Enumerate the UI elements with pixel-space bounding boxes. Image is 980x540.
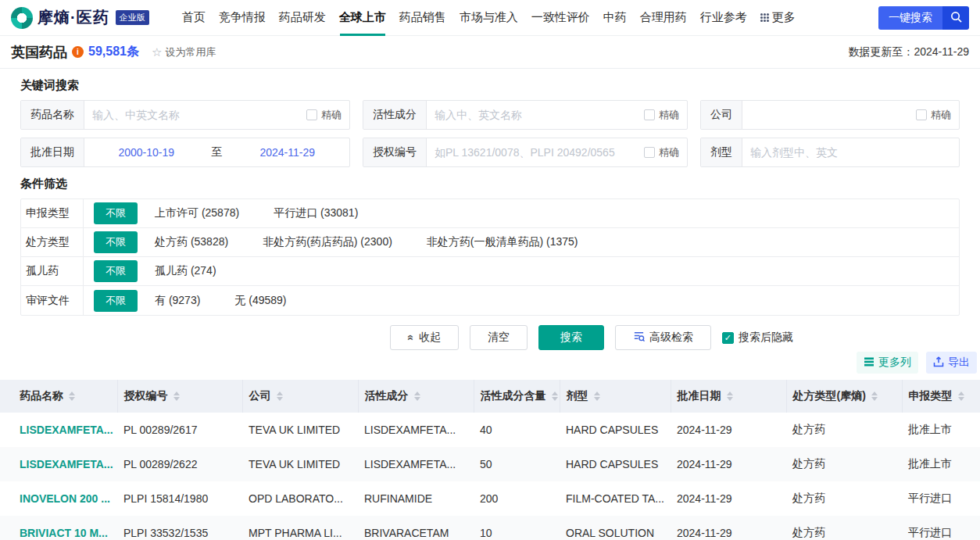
table-row[interactable]: LISDEXAMFETA...PL 00289/2617TEVA UK LIMI… xyxy=(0,413,980,447)
hide-after-search-label: 搜索后隐藏 xyxy=(739,331,793,345)
filter-option[interactable]: 孤儿药 (274) xyxy=(155,264,216,278)
exact-checkbox[interactable] xyxy=(916,109,927,120)
set-favorite-button[interactable]: ☆ 设为常用库 xyxy=(152,45,216,59)
company-field: 公司 精确 xyxy=(700,100,960,130)
filter-any-button[interactable]: 不限 xyxy=(94,202,138,224)
advanced-search-button[interactable]: 高级检索 xyxy=(615,325,711,350)
column-header-label: 申报类型 xyxy=(909,389,953,403)
column-header[interactable]: 活性成分含量 xyxy=(474,380,560,413)
nav-item-7[interactable]: 一致性评价 xyxy=(531,0,590,36)
collapse-button[interactable]: « 收起 xyxy=(390,325,459,350)
dosage-form-input[interactable] xyxy=(742,146,959,159)
search-button[interactable]: 搜索 xyxy=(538,325,604,350)
table-row[interactable]: INOVELON 200 ...PLPI 15814/1980OPD LABOR… xyxy=(0,481,980,516)
more-columns-button[interactable]: 更多列 xyxy=(857,352,918,374)
top-nav: 摩熵·医药 企业版 首页竞争情报药品研发全球上市药品销售市场与准入一致性评价中药… xyxy=(0,0,980,36)
date-from-input[interactable] xyxy=(84,146,209,159)
column-header-label: 批准日期 xyxy=(678,389,721,403)
auth-no-label: 授权编号 xyxy=(363,138,427,166)
drug-name-link[interactable]: LISDEXAMFETA... xyxy=(0,413,117,447)
table-cell: PLPI 33532/1535 xyxy=(117,516,242,540)
table-cell: 平行进口 xyxy=(902,516,980,540)
company-exact[interactable]: 精确 xyxy=(916,108,959,122)
column-header[interactable]: 授权编号 xyxy=(117,380,242,413)
filter-any-button[interactable]: 不限 xyxy=(94,231,138,253)
nav-item-label: 药品销售 xyxy=(399,10,446,25)
auth-no-input[interactable] xyxy=(427,146,644,159)
column-header[interactable]: 处方类型(摩熵) xyxy=(786,380,902,413)
sort-icon[interactable] xyxy=(958,392,964,401)
advanced-search-label: 高级检索 xyxy=(649,331,693,345)
nav-item-4[interactable]: 全球上市 xyxy=(339,0,386,36)
column-header[interactable]: 活性成分 xyxy=(358,380,474,413)
ingredient-input[interactable] xyxy=(427,109,644,121)
table-row[interactable]: BRIVIACT 10 M...PLPI 33532/1535MPT PHARM… xyxy=(0,516,980,540)
hide-after-search-checkbox[interactable]: ✓ 搜索后隐藏 xyxy=(722,331,793,345)
column-header[interactable]: 剂型 xyxy=(560,380,671,413)
sort-icon[interactable] xyxy=(871,392,878,401)
nav-item-8[interactable]: 中药 xyxy=(603,0,627,36)
table-cell: PL 00289/2622 xyxy=(117,447,242,481)
exact-checkbox[interactable] xyxy=(306,109,317,120)
column-header[interactable]: 申报类型 xyxy=(902,380,980,413)
drug-name-exact[interactable]: 精确 xyxy=(306,108,349,122)
sort-icon[interactable] xyxy=(173,392,180,401)
table-cell: LISDEXAMFETA... xyxy=(358,413,474,447)
filter-option[interactable]: 非处方药(一般清单药品) (1375) xyxy=(427,235,578,249)
filter-option[interactable]: 处方药 (53828) xyxy=(155,235,228,249)
filter-option[interactable]: 无 (49589) xyxy=(234,294,286,308)
sort-icon[interactable] xyxy=(552,392,558,401)
filter-option[interactable]: 有 (9273) xyxy=(155,294,200,308)
column-header[interactable]: 批准日期 xyxy=(671,380,786,413)
quick-search-button[interactable]: 一键搜索 xyxy=(878,6,942,30)
table-cell: BRIVARACETAM xyxy=(358,516,474,540)
table-cell: 10 xyxy=(474,516,560,540)
auth-no-exact[interactable]: 精确 xyxy=(644,145,687,159)
sort-icon[interactable] xyxy=(727,392,733,401)
nav-item-1[interactable]: 首页 xyxy=(182,0,206,36)
filter-options: 不限处方药 (53828)非处方药(药店药品) (2300)非处方药(一般清单药… xyxy=(84,231,959,253)
clear-button[interactable]: 清空 xyxy=(470,325,528,350)
nav-item-6[interactable]: 市场与准入 xyxy=(460,0,518,36)
filter-option[interactable]: 平行进口 (33081) xyxy=(274,206,358,220)
nav-item-3[interactable]: 药品研发 xyxy=(279,0,326,36)
more-grid-icon xyxy=(760,13,769,22)
nav-item-10[interactable]: 行业参考 xyxy=(700,0,747,36)
export-button[interactable]: 导出 xyxy=(926,352,977,374)
column-header-label: 药品名称 xyxy=(20,389,63,403)
sort-icon[interactable] xyxy=(277,392,283,401)
drug-name-link[interactable]: LISDEXAMFETA... xyxy=(0,447,117,481)
logo[interactable]: 摩熵·医药 企业版 xyxy=(11,7,149,29)
filter-option[interactable]: 上市许可 (25878) xyxy=(155,206,239,220)
keyword-form: 药品名称 精确 活性成分 精确 公司 xyxy=(20,100,960,167)
filter-row: 审评文件不限有 (9273)无 (49589) xyxy=(21,286,959,315)
drug-name-link[interactable]: BRIVIACT 10 M... xyxy=(0,516,117,540)
exact-checkbox[interactable] xyxy=(644,147,655,158)
column-header[interactable]: 药品名称 xyxy=(0,380,117,413)
nav-item-11[interactable]: 更多 xyxy=(760,0,796,36)
filter-any-button[interactable]: 不限 xyxy=(94,290,138,312)
filter-label: 处方类型 xyxy=(21,228,84,256)
exact-checkbox[interactable] xyxy=(644,109,655,120)
drug-name-input[interactable] xyxy=(84,109,306,121)
nav-item-5[interactable]: 药品销售 xyxy=(399,0,446,36)
date-separator: 至 xyxy=(209,145,226,159)
nav-item-9[interactable]: 合理用药 xyxy=(640,0,687,36)
sort-icon[interactable] xyxy=(69,392,75,401)
table-row[interactable]: LISDEXAMFETA...PL 00289/2622TEVA UK LIMI… xyxy=(0,447,980,481)
results-table: 药品名称授权编号公司活性成分活性成分含量剂型批准日期处方类型(摩熵)申报类型 L… xyxy=(0,380,980,540)
filter-any-button[interactable]: 不限 xyxy=(94,260,138,282)
drug-name-link[interactable]: INOVELON 200 ... xyxy=(0,481,117,516)
company-input[interactable] xyxy=(742,109,916,121)
ingredient-exact[interactable]: 精确 xyxy=(644,108,687,122)
sort-icon[interactable] xyxy=(594,392,600,401)
info-icon[interactable]: i xyxy=(72,46,84,58)
date-to-input[interactable] xyxy=(226,146,350,159)
filter-option[interactable]: 非处方药(药店药品) (2300) xyxy=(263,235,392,249)
content-area: 关键词搜索 药品名称 精确 活性成分 精确 公司 xyxy=(0,78,980,374)
nav-item-label: 更多 xyxy=(772,10,796,25)
sort-icon[interactable] xyxy=(414,392,420,401)
nav-item-2[interactable]: 竞争情报 xyxy=(219,0,266,36)
column-header[interactable]: 公司 xyxy=(242,380,358,413)
search-icon-button[interactable] xyxy=(942,6,969,30)
